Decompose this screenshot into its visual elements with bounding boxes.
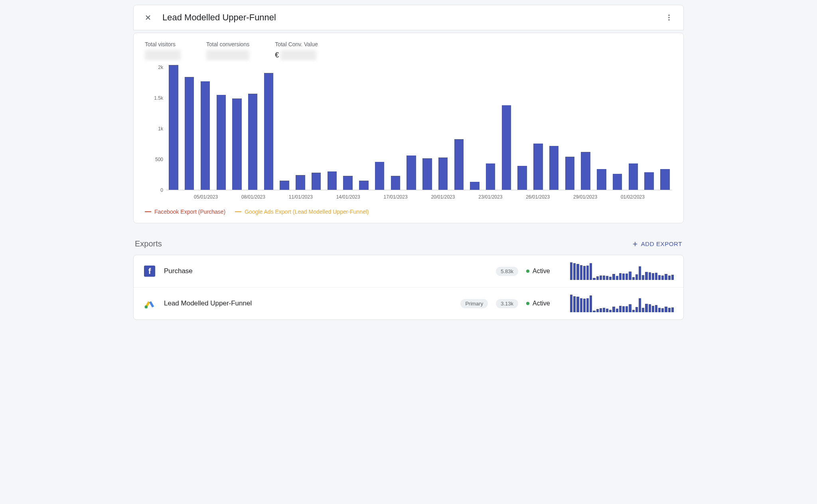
y-tick: 0: [145, 187, 163, 193]
x-tick: 14/01/2023: [336, 194, 360, 200]
legend-swatch: [145, 211, 151, 212]
svg-point-1: [668, 17, 669, 18]
x-tick: 01/02/2023: [621, 194, 645, 200]
svg-point-3: [145, 305, 148, 309]
y-axis: 05001k1.5k2k: [145, 62, 163, 190]
more-menu-button[interactable]: [664, 13, 674, 22]
x-axis: 05/01/202308/01/202311/01/202314/01/2023…: [166, 192, 672, 205]
stat-value-redacted: [280, 50, 316, 60]
x-tick: 08/01/2023: [241, 194, 265, 200]
close-icon: [144, 14, 152, 22]
x-tick: 29/01/2023: [573, 194, 597, 200]
page-title: Lead Modelled Upper-Funnel: [162, 12, 664, 23]
x-tick: 11/01/2023: [289, 194, 313, 200]
facebook-icon: f: [143, 265, 156, 278]
stats-row: Total visitors Total conversions Total C…: [145, 41, 672, 60]
x-tick: 20/01/2023: [431, 194, 455, 200]
more-vertical-icon: [665, 14, 673, 22]
stat-label: Total Conv. Value: [275, 41, 318, 47]
stat-value-redacted: [145, 50, 181, 60]
plot-area: [166, 62, 672, 190]
svg-point-2: [668, 19, 669, 20]
close-button[interactable]: [143, 13, 153, 22]
y-tick: 1.5k: [145, 95, 163, 101]
chart-card: Total visitors Total conversions Total C…: [133, 33, 684, 223]
stat-label: Total conversions: [206, 41, 249, 47]
stat-visitors: Total visitors: [145, 41, 181, 60]
currency-symbol: €: [275, 51, 279, 59]
y-tick: 1k: [145, 126, 163, 132]
x-tick: 05/01/2023: [194, 194, 218, 200]
stat-conv-value: Total Conv. Value €: [275, 41, 318, 60]
google-ads-icon: [143, 297, 156, 310]
dialog-header: Lead Modelled Upper-Funnel: [133, 5, 684, 30]
stat-label: Total visitors: [145, 41, 181, 47]
y-tick: 500: [145, 157, 163, 162]
chart: 05001k1.5k2k 05/01/202308/01/202311/01/2…: [145, 62, 672, 205]
x-tick: 23/01/2023: [478, 194, 502, 200]
stat-conversions: Total conversions: [206, 41, 249, 60]
svg-point-0: [668, 15, 669, 16]
y-tick: 2k: [145, 65, 163, 70]
x-tick: 17/01/2023: [384, 194, 408, 200]
x-tick: 26/01/2023: [526, 194, 550, 200]
stat-value-redacted: [206, 50, 249, 60]
exports-heading: Exports: [135, 239, 162, 248]
